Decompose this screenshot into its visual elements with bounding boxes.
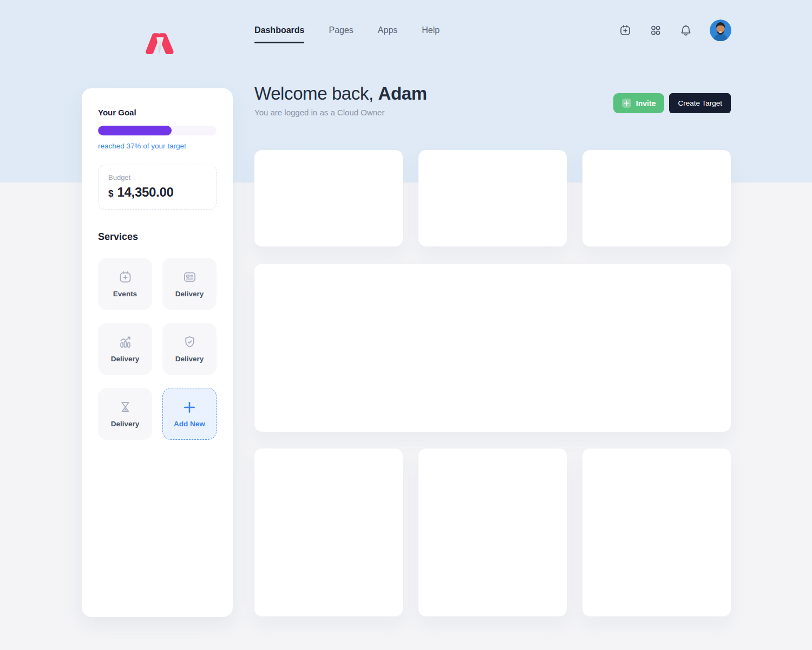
apps-grid-icon[interactable] [649,24,662,37]
tile-label: Delivery [175,355,204,363]
service-tile-delivery-news[interactable]: Delivery [162,258,217,310]
avatar-image [710,20,731,41]
nav-item-pages[interactable]: Pages [329,25,353,35]
avatar[interactable] [710,20,731,41]
main-nav: Dashboards Pages Apps Help [254,0,440,61]
budget-label: Budget [108,173,206,181]
create-target-button[interactable]: Create Target [669,93,731,113]
bell-icon[interactable] [679,24,692,37]
calendar-add-icon[interactable] [619,24,632,37]
invite-label: Invite [636,99,656,108]
shield-check-icon [182,335,197,349]
dashboard-card [582,150,731,246]
hourglass-icon [118,400,133,414]
goal-title: Your Goal [98,108,217,117]
cards-row-top [254,150,731,246]
nav-item-help[interactable]: Help [422,25,440,35]
services-title: Services [98,231,217,243]
chart-trend-icon [118,335,133,349]
nav-item-dashboards[interactable]: Dashboards [254,25,304,35]
calendar-add-icon [118,270,133,284]
dashboard-card [254,448,403,616]
user-name: Adam [378,83,427,103]
tile-label: Events [113,290,137,298]
service-tile-delivery-hourglass[interactable]: Delivery [98,388,152,440]
budget-currency: $ [108,188,113,199]
nav-item-apps[interactable]: Apps [378,25,397,35]
plus-icon [182,400,197,414]
welcome-header: Welcome back, Adam You are logged in as … [254,83,427,117]
service-tile-events[interactable]: Events [98,258,152,310]
cards-row-bottom [254,448,731,616]
services-grid: Events Delivery Delivery [98,258,217,440]
dashboard-card [418,150,567,246]
tile-label: Delivery [175,290,204,298]
service-tile-delivery-chart[interactable]: Delivery [98,323,152,375]
tile-label: Delivery [111,355,140,363]
page-title: Welcome back, Adam [254,83,427,104]
brand-logo[interactable] [141,31,175,57]
invite-button[interactable]: Invite [613,93,665,113]
page-subtitle: You are logged in as a Cloud Owner [254,108,427,117]
dashboard-card-large [254,264,731,432]
news-icon [182,270,197,284]
dashboard-card [254,150,403,246]
logo-m-icon [141,31,175,56]
plus-icon [622,99,631,108]
budget-box: Budget $ 14,350.00 [98,165,217,210]
budget-value: 14,350.00 [117,185,173,200]
tile-label: Delivery [111,420,140,428]
sidebar-panel: Your Goal reached 37% of your target Bud… [82,88,233,617]
goal-caption: reached 37% of your target [98,142,217,150]
dashboard-card [418,448,567,616]
topbar-actions [619,0,731,61]
tile-label: Add New [174,420,205,428]
service-tile-delivery-shield[interactable]: Delivery [162,323,217,375]
goal-progress-bar [98,126,217,135]
budget-amount: $ 14,350.00 [108,185,206,200]
goal-progress-fill [98,126,172,135]
dashboard-card [582,448,731,616]
add-new-tile[interactable]: Add New [162,388,217,440]
header-actions: Invite Create Target [613,93,731,113]
